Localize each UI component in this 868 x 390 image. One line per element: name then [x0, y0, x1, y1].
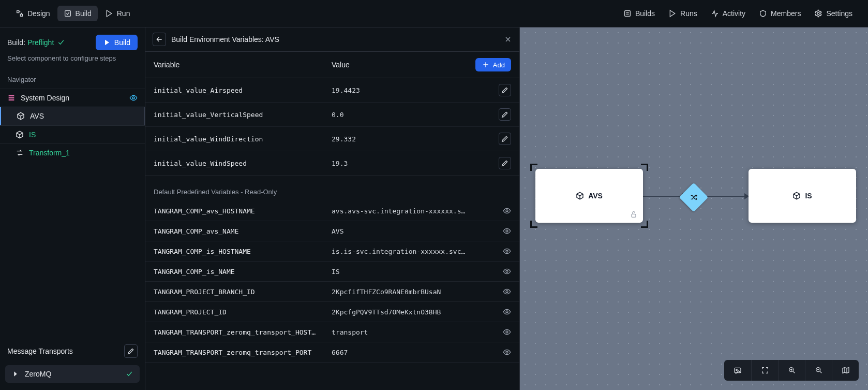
- fit-button[interactable]: [751, 360, 778, 381]
- minimap-button[interactable]: [832, 360, 859, 381]
- variable-row-readonly: TANGRAM_COMP_is_NAMEIS: [145, 262, 519, 282]
- play-icon: [103, 38, 111, 47]
- nav-root-system-design[interactable]: System Design: [0, 89, 145, 107]
- message-transports-header: Message Transports: [0, 339, 145, 363]
- rows-container: initial_value_Airspeed19.4423initial_val…: [145, 78, 519, 390]
- nav-item-is[interactable]: IS: [0, 125, 145, 143]
- link-activity[interactable]: Activity: [705, 6, 752, 21]
- build-button[interactable]: Build: [96, 35, 138, 50]
- link-builds[interactable]: Builds: [617, 6, 661, 21]
- nav-item-transform-label: Transform_1: [29, 149, 70, 157]
- svg-point-11: [506, 351, 508, 353]
- eye-icon: [503, 308, 511, 316]
- variable-name: TANGRAM_COMP_avs_NAME: [154, 227, 332, 235]
- svg-point-5: [506, 230, 508, 232]
- nav-item-avs-label: AVS: [30, 112, 44, 120]
- eye-icon: [503, 348, 511, 356]
- variable-row-readonly: TANGRAM_TRANSPORT_zeromq_transport_HOST……: [145, 322, 519, 342]
- variable-name: TANGRAM_COMP_is_NAME: [154, 268, 332, 276]
- svg-point-2: [817, 12, 819, 15]
- check-icon: [57, 38, 65, 47]
- plus-icon: [482, 61, 490, 69]
- variable-value: AVS: [332, 227, 497, 235]
- variable-row: initial_value_WindDirection29.332: [145, 127, 519, 151]
- variable-value: 29.332: [332, 135, 497, 143]
- sidebar: Build: Preflight Build Select component …: [0, 27, 145, 390]
- sidebar-subtext: Select component to configure steps: [0, 54, 145, 69]
- eye-icon: [503, 207, 511, 215]
- link-settings-label: Settings: [826, 9, 852, 18]
- link-runs[interactable]: Runs: [662, 6, 704, 21]
- node-avs[interactable]: AVS: [535, 169, 643, 223]
- edit-transports-button[interactable]: [124, 344, 138, 358]
- transport-zeromq-label: ZeroMQ: [25, 370, 51, 378]
- link-members[interactable]: Members: [753, 6, 807, 21]
- link-builds-label: Builds: [635, 9, 655, 18]
- transform-icon: [16, 149, 24, 157]
- zoom-in-button[interactable]: [778, 360, 805, 381]
- close-button[interactable]: [504, 35, 512, 44]
- variable-name: initial_value_WindDirection: [154, 135, 332, 143]
- node-avs-label: AVS: [588, 192, 603, 200]
- topbar-left: Design Build Run: [9, 6, 136, 21]
- activity-icon: [711, 9, 719, 18]
- settings-icon: [814, 9, 822, 18]
- nav-root-label: System Design: [21, 94, 69, 102]
- back-button[interactable]: [153, 33, 166, 46]
- variable-value: 19.4423: [332, 86, 497, 94]
- tab-design-label: Design: [27, 9, 50, 18]
- variable-row-readonly: TANGRAM_COMP_is_HOSTNAMEis.is-svc.integr…: [145, 241, 519, 262]
- variable-name: initial_value_VerticalSpeed: [154, 111, 332, 119]
- pencil-icon: [127, 347, 135, 355]
- link-settings[interactable]: Settings: [808, 6, 859, 21]
- variable-value: 0.0: [332, 111, 497, 119]
- variable-row-readonly: TANGRAM_COMP_avs_NAMEAVS: [145, 221, 519, 241]
- variable-name: TANGRAM_COMP_avs_HOSTNAME: [154, 207, 332, 215]
- edit-variable-button[interactable]: [499, 133, 511, 145]
- tab-build[interactable]: Build: [57, 6, 98, 21]
- svg-point-6: [506, 250, 508, 252]
- topbar: Design Build Run Builds Runs Activity Me…: [0, 0, 868, 27]
- svg-rect-0: [65, 11, 70, 17]
- node-transform[interactable]: [679, 183, 709, 212]
- fit-icon: [761, 366, 769, 374]
- add-variable-button[interactable]: Add: [475, 58, 511, 71]
- canvas[interactable]: AVS IS: [520, 27, 868, 390]
- zoom-out-button[interactable]: [805, 360, 832, 381]
- cube-icon: [792, 192, 801, 200]
- eye-icon: [503, 287, 511, 296]
- eye-icon: [503, 247, 511, 255]
- eye-icon: [503, 227, 511, 235]
- tab-run[interactable]: Run: [99, 6, 137, 21]
- variable-value: 19.3: [332, 160, 497, 167]
- eye-icon[interactable]: [129, 94, 138, 102]
- variable-row: initial_value_Airspeed19.4423: [145, 78, 519, 103]
- variable-value: is.is-svc.integration-xxxxxx.svc…: [332, 248, 497, 255]
- pencil-icon: [501, 86, 509, 94]
- nav-item-transform[interactable]: Transform_1: [0, 143, 145, 162]
- edit-variable-button[interactable]: [499, 84, 511, 96]
- build-label: Build:: [7, 38, 25, 47]
- build-icon: [64, 9, 72, 18]
- transport-zeromq[interactable]: ZeroMQ: [5, 365, 140, 383]
- chevron-right-icon: [11, 370, 20, 378]
- edit-variable-button[interactable]: [499, 157, 511, 169]
- edge-avs-to-transform: [643, 196, 685, 197]
- edge-transform-to-is: [702, 196, 749, 197]
- variable-row: initial_value_WindSpeed19.3: [145, 151, 519, 176]
- node-is[interactable]: IS: [749, 169, 856, 223]
- nav-item-avs[interactable]: AVS: [0, 107, 145, 125]
- table-header: Variable Value Add: [145, 52, 519, 78]
- tab-design[interactable]: Design: [9, 6, 56, 21]
- screenshot-button[interactable]: [724, 360, 751, 381]
- topbar-right: Builds Runs Activity Members Settings: [617, 6, 859, 21]
- variable-name: initial_value_Airspeed: [154, 86, 332, 94]
- build-row: Build: Preflight Build: [0, 27, 145, 54]
- variable-value: IS: [332, 268, 497, 276]
- build-status-group: Build: Preflight: [7, 38, 65, 47]
- col-value: Value: [332, 61, 475, 69]
- variable-value: 6667: [332, 349, 497, 356]
- edit-variable-button[interactable]: [499, 108, 511, 121]
- unlock-icon: [630, 210, 638, 219]
- svg-point-7: [506, 270, 508, 272]
